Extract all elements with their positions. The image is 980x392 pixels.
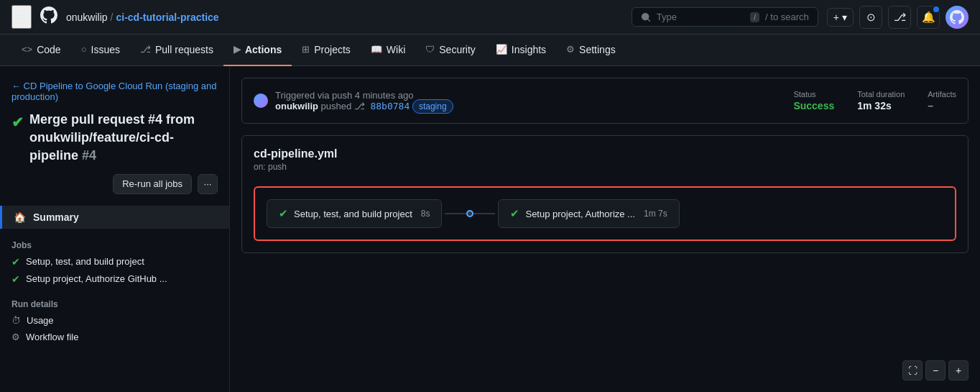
issues-icon-button[interactable]: ⊙: [859, 6, 882, 29]
breadcrumb-repo[interactable]: ci-cd-tutorial-practice: [116, 12, 218, 23]
trigger-info-box: Triggered via push 4 minutes ago onukwil…: [241, 78, 969, 124]
workflow-box: cd-pipeline.yml on: push ✔ Setup, test, …: [241, 135, 969, 253]
back-link[interactable]: ← CD Pipeline to Google Cloud Run (stagi…: [0, 78, 229, 111]
artifacts-stat: Artifacts –: [928, 90, 956, 111]
rerun-button[interactable]: Re-run all jobs: [113, 174, 192, 194]
run-details-section-label: Run details: [0, 288, 229, 312]
workflow-trigger: on: push: [254, 162, 956, 172]
nav-label-projects: Projects: [314, 44, 351, 55]
breadcrumb: onukwilip / ci-cd-tutorial-practice: [66, 12, 219, 23]
usage-item[interactable]: ⏱ Usage: [0, 312, 229, 329]
topbar: onukwilip / ci-cd-tutorial-practice Type…: [0, 0, 980, 35]
node2-time: 1m 7s: [644, 209, 667, 219]
nav-item-insights[interactable]: 📈 Insights: [486, 35, 556, 66]
nav-label-pullrequests: Pull requests: [155, 44, 213, 55]
duration-value: 1m 32s: [857, 100, 905, 111]
run-number: #4: [82, 148, 96, 163]
more-options-button[interactable]: ···: [198, 174, 218, 194]
avatar[interactable]: [946, 6, 969, 29]
zoom-controls: ⛶ − +: [902, 360, 969, 380]
job1-check-icon: ✔: [11, 256, 20, 268]
nav-item-actions[interactable]: ▶ Actions: [223, 35, 292, 66]
zoom-out-icon: −: [933, 365, 938, 376]
status-value: Success: [793, 100, 834, 111]
insights-icon: 📈: [496, 44, 507, 55]
projects-icon: ⊞: [302, 44, 310, 55]
topbar-icons: + ▾ ⊙ ⎇ 🔔: [827, 6, 969, 29]
duration-label: Total duration: [857, 90, 905, 99]
run-title-area: ✔ Merge pull request #4 from onukwilip/f…: [0, 111, 229, 206]
job1-label: Setup, test, and build project: [26, 256, 144, 267]
nav-label-security: Security: [439, 44, 476, 55]
github-logo[interactable]: [40, 6, 57, 27]
status-stat: Status Success: [793, 90, 834, 111]
status-label: Status: [793, 90, 834, 99]
nav-item-pullrequests[interactable]: ⎇ Pull requests: [130, 35, 223, 66]
breadcrumb-user[interactable]: onukwilip: [66, 12, 108, 23]
artifacts-label: Artifacts: [928, 90, 956, 99]
workflow-file-icon: ⚙: [11, 332, 20, 342]
trigger-user: onukwilip: [275, 101, 318, 111]
node1-time: 8s: [421, 209, 430, 219]
nav-item-issues[interactable]: ○ Issues: [71, 35, 130, 66]
nav-label-actions: Actions: [245, 44, 282, 55]
zoom-out-button[interactable]: −: [925, 360, 946, 380]
usage-label: Usage: [27, 315, 54, 326]
run-title-text: Merge pull request #4 from onukwilip/fea…: [29, 111, 218, 165]
main-area: ← CD Pipeline to Google Cloud Run (stagi…: [0, 66, 980, 392]
flow-diagram: ✔ Setup, test, and build project 8s ✔ Se…: [254, 186, 956, 241]
flow-line-right: [473, 213, 495, 214]
job-item-1[interactable]: ✔ Setup, test, and build project: [0, 253, 229, 270]
fullscreen-button[interactable]: ⛶: [902, 360, 923, 380]
flow-dot: [466, 210, 473, 217]
zoom-in-icon: +: [956, 365, 961, 376]
search-text: Type: [657, 12, 677, 22]
artifacts-value: –: [928, 100, 956, 111]
trigger-text: Triggered via push 4 minutes ago onukwil…: [275, 90, 453, 111]
security-icon: 🛡: [425, 44, 435, 55]
usage-icon: ⏱: [11, 315, 21, 326]
trigger-commit[interactable]: 88b0784: [370, 101, 410, 111]
plus-icon: +: [833, 12, 839, 23]
nav-item-code[interactable]: <> Code: [11, 35, 71, 66]
nav-item-security[interactable]: 🛡 Security: [415, 35, 486, 66]
create-button[interactable]: + ▾: [827, 8, 854, 27]
run-title: ✔ Merge pull request #4 from onukwilip/f…: [11, 111, 218, 165]
triggered-text: Triggered via push 4 minutes ago: [275, 90, 413, 101]
chevron-icon: ▾: [842, 12, 847, 23]
summary-item[interactable]: 🏠 Summary: [0, 206, 229, 229]
workflow-file-item[interactable]: ⚙ Workflow file: [0, 329, 229, 345]
duration-stat: Total duration 1m 32s: [857, 90, 905, 111]
home-icon: 🏠: [14, 211, 26, 223]
nav-item-projects[interactable]: ⊞ Projects: [292, 35, 361, 66]
flow-node-2[interactable]: ✔ Setup project, Authorize ... 1m 7s: [498, 199, 679, 228]
nav-item-wiki[interactable]: 📖 Wiki: [361, 35, 415, 66]
nav-item-settings[interactable]: ⚙ Settings: [556, 35, 626, 66]
trigger-main: Triggered via push 4 minutes ago onukwil…: [254, 90, 770, 111]
pullrequest-icon-button[interactable]: ⎇: [888, 6, 911, 29]
fullscreen-icon: ⛶: [908, 365, 917, 376]
job-item-2[interactable]: ✔ Setup project, Authorize GitHub ...: [0, 270, 229, 288]
zoom-in-button[interactable]: +: [948, 360, 969, 380]
workflow-filename: cd-pipeline.yml: [254, 147, 956, 160]
success-check-icon: ✔: [11, 112, 24, 132]
flow-node-1[interactable]: ✔ Setup, test, and build project 8s: [267, 199, 442, 228]
job2-label: Setup project, Authorize GitHub ...: [26, 273, 167, 284]
nav-label-insights: Insights: [512, 44, 546, 55]
workflow-file-label: Workflow file: [26, 332, 78, 342]
nav-label-code: Code: [37, 44, 60, 55]
wiki-icon: 📖: [371, 44, 382, 55]
flow-line-left: [445, 213, 466, 214]
search-bar[interactable]: Type / / to search: [632, 7, 818, 27]
node2-label: Setup project, Authorize ...: [525, 209, 634, 219]
issues-icon: ○: [81, 44, 87, 55]
hamburger-button[interactable]: [11, 5, 32, 29]
settings-icon: ⚙: [566, 44, 575, 55]
code-icon: <>: [22, 44, 32, 55]
pullrequest-icon: ⎇: [140, 44, 151, 55]
nav-label-wiki: Wiki: [387, 44, 405, 55]
jobs-section-label: Jobs: [0, 234, 229, 253]
staging-badge: staging: [412, 99, 453, 114]
search-shortcut: /: [750, 12, 759, 22]
notifications-button[interactable]: 🔔: [917, 6, 940, 29]
